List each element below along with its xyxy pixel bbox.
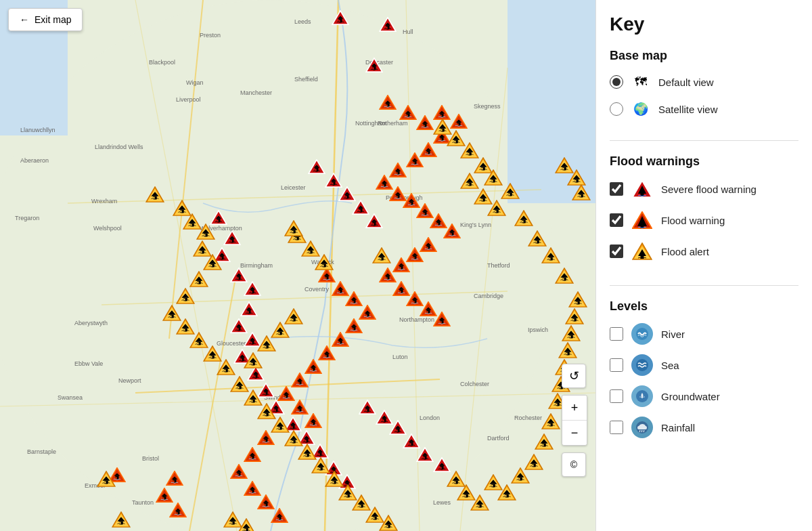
copyright-icon: © [570, 459, 577, 470]
groundwater-checkbox[interactable] [610, 389, 623, 403]
flood-warning-option[interactable]: Flood warning [610, 209, 798, 231]
svg-point-85 [636, 328, 648, 340]
default-view-label: Default view [658, 77, 714, 88]
river-label: River [661, 328, 685, 340]
base-map-section: Base map 🗺 Default view 🌍 Satellite view [610, 49, 798, 141]
flood-warning-icon [631, 209, 653, 231]
groundwater-label: Groundwater [661, 391, 720, 402]
back-arrow-icon: ← [20, 14, 29, 25]
exit-map-button[interactable]: ← Exit map [8, 8, 83, 31]
zoom-in-icon: + [571, 401, 579, 415]
river-option[interactable]: River [610, 323, 798, 345]
flood-warning-checkbox[interactable] [610, 213, 623, 227]
sidebar-title: Key [610, 14, 798, 35]
rainfall-label: Rainfall [661, 422, 695, 433]
zoom-out-button[interactable]: − [562, 421, 587, 445]
flood-warning-label: Flood warning [661, 215, 725, 226]
flood-warnings-section: Flood warnings Severe flood warning [610, 154, 798, 286]
exit-map-label: Exit map [35, 14, 71, 25]
levels-section: Levels River Sea [610, 299, 798, 461]
default-view-icon: 🗺 [631, 72, 650, 91]
sea-checkbox[interactable] [610, 358, 623, 372]
groundwater-icon [631, 385, 653, 407]
base-map-heading: Base map [610, 49, 798, 63]
reset-map-button[interactable]: ↺ [562, 364, 586, 388]
flood-warnings-heading: Flood warnings [610, 154, 798, 169]
satellite-view-label: Satellite view [658, 104, 718, 115]
copyright-button[interactable]: © [562, 452, 586, 477]
severe-flood-checkbox[interactable] [610, 182, 623, 196]
sidebar: Key Base map 🗺 Default view 🌍 Satellite … [595, 0, 812, 531]
reset-icon: ↺ [569, 368, 579, 383]
zoom-out-icon: − [571, 426, 579, 440]
default-view-radio[interactable] [610, 75, 623, 89]
rainfall-checkbox[interactable] [610, 421, 623, 434]
severe-flood-option[interactable]: Severe flood warning [610, 178, 798, 200]
satellite-view-radio[interactable] [610, 102, 623, 116]
map-area[interactable]: Blackpool Preston Leeds Wigan Liverpool … [0, 0, 595, 531]
svg-point-86 [636, 359, 648, 371]
zoom-in-button[interactable]: + [562, 396, 587, 420]
river-checkbox[interactable] [610, 327, 623, 341]
flood-alert-label: Flood alert [661, 246, 709, 257]
sea-option[interactable]: Sea [610, 354, 798, 376]
flood-alert-checkbox[interactable] [610, 245, 623, 258]
levels-heading: Levels [610, 299, 798, 314]
satellite-view-option[interactable]: 🌍 Satellite view [610, 100, 798, 119]
sea-icon [631, 354, 653, 376]
satellite-view-icon: 🌍 [631, 100, 650, 119]
sea-label: Sea [661, 360, 679, 371]
severe-flood-label: Severe flood warning [661, 184, 757, 195]
river-icon [631, 323, 653, 345]
map-controls: ↺ + − © [562, 364, 587, 477]
flood-alert-icon [631, 240, 653, 262]
markers-layer [0, 0, 595, 531]
rainfall-option[interactable]: Rainfall [610, 417, 798, 438]
severe-flood-icon [631, 178, 653, 200]
groundwater-option[interactable]: Groundwater [610, 385, 798, 407]
flood-alert-option[interactable]: Flood alert [610, 240, 798, 262]
default-view-option[interactable]: 🗺 Default view [610, 72, 798, 91]
rainfall-icon [631, 417, 653, 438]
